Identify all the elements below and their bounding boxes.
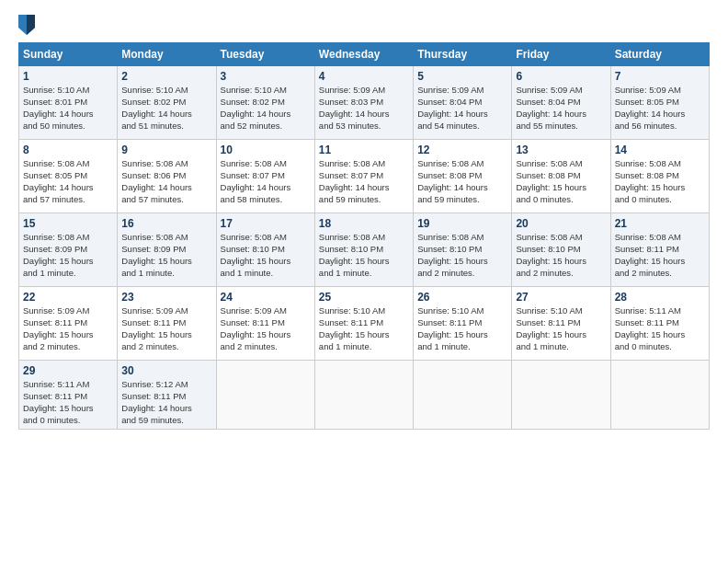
day-number: 30 [121,363,211,378]
day-number: 1 [23,69,113,84]
calendar-day-cell: 23Sunrise: 5:09 AM Sunset: 8:11 PM Dayli… [118,287,216,361]
calendar-week-row: 8Sunrise: 5:08 AM Sunset: 8:05 PM Daylig… [19,140,710,213]
day-number: 10 [221,143,311,157]
weekday-header-row: SundayMondayTuesdayWednesdayThursdayFrid… [19,43,710,66]
calendar-day-cell: 26Sunrise: 5:10 AM Sunset: 8:11 PM Dayli… [414,287,512,361]
day-info: Sunrise: 5:10 AM Sunset: 8:01 PM Dayligh… [23,85,113,132]
day-info: Sunrise: 5:08 AM Sunset: 8:10 PM Dayligh… [417,232,507,279]
calendar-week-row: 29Sunrise: 5:11 AM Sunset: 8:11 PM Dayli… [19,361,710,430]
calendar-day-cell [314,361,413,430]
day-info: Sunrise: 5:09 AM Sunset: 8:11 PM Dayligh… [23,305,113,352]
weekday-header-thursday: Thursday [414,43,512,66]
day-number: 23 [121,290,211,304]
day-number: 9 [121,143,211,157]
calendar-day-cell: 12Sunrise: 5:08 AM Sunset: 8:08 PM Dayli… [414,140,512,213]
day-number: 3 [221,69,311,84]
calendar-day-cell: 17Sunrise: 5:08 AM Sunset: 8:10 PM Dayli… [216,213,314,287]
day-number: 6 [516,69,606,84]
calendar-header: SundayMondayTuesdayWednesdayThursdayFrid… [19,43,710,66]
calendar-week-row: 15Sunrise: 5:08 AM Sunset: 8:09 PM Dayli… [19,213,710,287]
weekday-header-wednesday: Wednesday [314,43,413,66]
weekday-header-saturday: Saturday [610,43,709,66]
day-number: 29 [23,363,113,378]
calendar-day-cell: 24Sunrise: 5:09 AM Sunset: 8:11 PM Dayli… [216,287,314,361]
day-number: 8 [23,143,113,157]
day-info: Sunrise: 5:09 AM Sunset: 8:11 PM Dayligh… [221,305,311,352]
weekday-header-tuesday: Tuesday [216,43,314,66]
day-info: Sunrise: 5:08 AM Sunset: 8:08 PM Dayligh… [516,158,606,205]
calendar-day-cell: 27Sunrise: 5:10 AM Sunset: 8:11 PM Dayli… [512,287,610,361]
calendar-day-cell: 15Sunrise: 5:08 AM Sunset: 8:09 PM Dayli… [19,213,118,287]
day-info: Sunrise: 5:08 AM Sunset: 8:08 PM Dayligh… [615,158,705,205]
day-info: Sunrise: 5:08 AM Sunset: 8:10 PM Dayligh… [516,232,606,279]
day-number: 11 [319,143,409,157]
day-number: 27 [516,290,606,304]
day-info: Sunrise: 5:11 AM Sunset: 8:11 PM Dayligh… [615,305,705,352]
weekday-header-sunday: Sunday [19,43,118,66]
calendar-day-cell: 4Sunrise: 5:09 AM Sunset: 8:03 PM Daylig… [314,66,413,140]
day-info: Sunrise: 5:09 AM Sunset: 8:04 PM Dayligh… [516,85,606,132]
calendar-day-cell: 6Sunrise: 5:09 AM Sunset: 8:04 PM Daylig… [512,66,610,140]
day-info: Sunrise: 5:08 AM Sunset: 8:09 PM Dayligh… [121,232,211,279]
calendar-day-cell: 16Sunrise: 5:08 AM Sunset: 8:09 PM Dayli… [118,213,216,287]
calendar-week-row: 22Sunrise: 5:09 AM Sunset: 8:11 PM Dayli… [19,287,710,361]
weekday-header-friday: Friday [512,43,610,66]
day-info: Sunrise: 5:10 AM Sunset: 8:02 PM Dayligh… [121,85,211,132]
day-number: 16 [121,216,211,231]
day-info: Sunrise: 5:09 AM Sunset: 8:03 PM Dayligh… [319,85,409,132]
calendar-day-cell: 14Sunrise: 5:08 AM Sunset: 8:08 PM Dayli… [610,140,709,213]
day-info: Sunrise: 5:12 AM Sunset: 8:11 PM Dayligh… [121,379,211,426]
calendar-day-cell: 21Sunrise: 5:08 AM Sunset: 8:11 PM Dayli… [610,213,709,287]
day-info: Sunrise: 5:08 AM Sunset: 8:08 PM Dayligh… [417,158,507,205]
calendar-day-cell: 28Sunrise: 5:11 AM Sunset: 8:11 PM Dayli… [610,287,709,361]
calendar-day-cell: 9Sunrise: 5:08 AM Sunset: 8:06 PM Daylig… [118,140,216,213]
day-info: Sunrise: 5:10 AM Sunset: 8:11 PM Dayligh… [516,305,606,352]
day-number: 5 [417,69,507,84]
day-number: 7 [615,69,705,84]
day-number: 4 [319,69,409,84]
calendar-day-cell: 3Sunrise: 5:10 AM Sunset: 8:02 PM Daylig… [216,66,314,140]
day-number: 18 [319,216,409,231]
calendar-week-row: 1Sunrise: 5:10 AM Sunset: 8:01 PM Daylig… [19,66,710,140]
calendar-day-cell: 20Sunrise: 5:08 AM Sunset: 8:10 PM Dayli… [512,213,610,287]
day-info: Sunrise: 5:09 AM Sunset: 8:05 PM Dayligh… [615,85,705,132]
day-info: Sunrise: 5:10 AM Sunset: 8:11 PM Dayligh… [319,305,409,352]
calendar-day-cell: 10Sunrise: 5:08 AM Sunset: 8:07 PM Dayli… [216,140,314,213]
day-number: 24 [221,290,311,304]
logo-icon [18,15,35,35]
day-number: 26 [417,290,507,304]
calendar-day-cell [414,361,512,430]
day-info: Sunrise: 5:08 AM Sunset: 8:09 PM Dayligh… [23,232,113,279]
calendar-day-cell: 7Sunrise: 5:09 AM Sunset: 8:05 PM Daylig… [610,66,709,140]
calendar-day-cell: 19Sunrise: 5:08 AM Sunset: 8:10 PM Dayli… [414,213,512,287]
page: SundayMondayTuesdayWednesdayThursdayFrid… [0,0,728,563]
day-info: Sunrise: 5:10 AM Sunset: 8:02 PM Dayligh… [221,85,311,132]
day-number: 12 [417,143,507,157]
day-info: Sunrise: 5:10 AM Sunset: 8:11 PM Dayligh… [417,305,507,352]
day-number: 28 [615,290,705,304]
day-number: 25 [319,290,409,304]
calendar-day-cell: 25Sunrise: 5:10 AM Sunset: 8:11 PM Dayli… [314,287,413,361]
calendar-day-cell: 8Sunrise: 5:08 AM Sunset: 8:05 PM Daylig… [19,140,118,213]
day-number: 2 [121,69,211,84]
calendar-day-cell: 22Sunrise: 5:09 AM Sunset: 8:11 PM Dayli… [19,287,118,361]
day-info: Sunrise: 5:11 AM Sunset: 8:11 PM Dayligh… [23,379,113,426]
calendar-day-cell: 11Sunrise: 5:08 AM Sunset: 8:07 PM Dayli… [314,140,413,213]
day-info: Sunrise: 5:08 AM Sunset: 8:10 PM Dayligh… [319,232,409,279]
calendar-day-cell: 18Sunrise: 5:08 AM Sunset: 8:10 PM Dayli… [314,213,413,287]
calendar-day-cell: 5Sunrise: 5:09 AM Sunset: 8:04 PM Daylig… [414,66,512,140]
day-number: 20 [516,216,606,231]
logo [18,15,39,35]
calendar-body: 1Sunrise: 5:10 AM Sunset: 8:01 PM Daylig… [19,66,710,430]
weekday-header-monday: Monday [118,43,216,66]
day-info: Sunrise: 5:08 AM Sunset: 8:11 PM Dayligh… [615,232,705,279]
calendar-day-cell [512,361,610,430]
day-info: Sunrise: 5:08 AM Sunset: 8:06 PM Dayligh… [121,158,211,205]
day-info: Sunrise: 5:09 AM Sunset: 8:11 PM Dayligh… [121,305,211,352]
calendar-day-cell [610,361,709,430]
day-number: 17 [221,216,311,231]
day-number: 15 [23,216,113,231]
day-number: 14 [615,143,705,157]
day-number: 22 [23,290,113,304]
svg-marker-1 [27,15,35,35]
